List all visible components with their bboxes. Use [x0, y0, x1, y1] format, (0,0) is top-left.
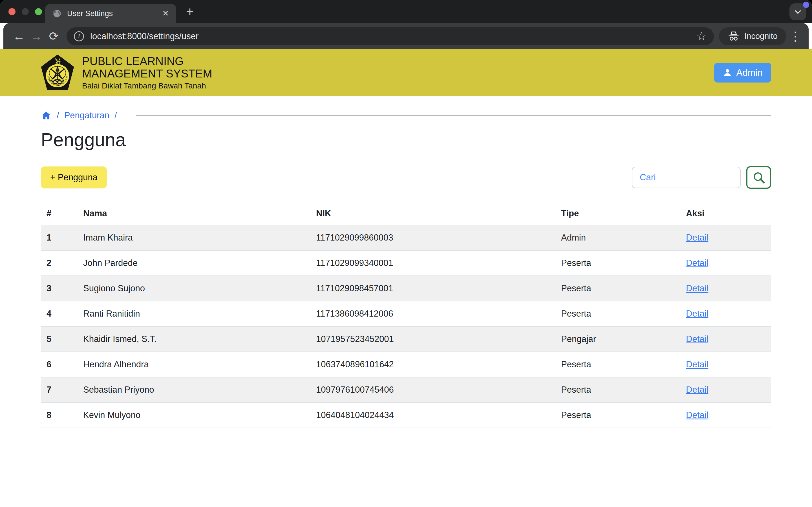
cell-nik: 1064048104024434 [310, 402, 555, 428]
minimize-window-button[interactable] [22, 8, 29, 15]
add-user-button[interactable]: + Pengguna [41, 166, 107, 188]
esdm-logo: ENERGI DAN SUMBER DAYA MINERAL [41, 55, 74, 91]
app-title-line2: MANAGEMENT SYSTEM [82, 67, 212, 80]
cell-nama: John Pardede [78, 250, 310, 276]
search-button[interactable] [746, 166, 771, 189]
cell-nik: 1171029098457001 [310, 276, 555, 301]
breadcrumb-rule [136, 115, 771, 116]
search-group [632, 166, 771, 189]
traffic-lights [8, 8, 42, 15]
url-text[interactable]: localhost:8000/settings/user [90, 31, 690, 41]
search-icon [752, 171, 765, 184]
cell-nama: Sugiono Sujono [78, 276, 310, 301]
tab-close-icon[interactable]: ✕ [162, 10, 169, 17]
row-number: 5 [41, 327, 78, 352]
cell-tipe: Pengajar [555, 327, 680, 352]
column-header-tipe: Tipe [555, 203, 680, 225]
row-number: 2 [41, 250, 78, 276]
breadcrumb: / Pengaturan / [41, 110, 771, 121]
table-row: 5 Khaidir Ismed, S.T. 1071957523452001 P… [41, 327, 771, 352]
row-number: 4 [41, 301, 78, 327]
brand: ENERGI DAN SUMBER DAYA MINERAL PUBLIC LE… [41, 55, 212, 91]
brand-text: PUBLIC LEARNING MANAGEMENT SYSTEM Balai … [82, 55, 212, 91]
tab-title: User Settings [67, 9, 157, 18]
row-number: 3 [41, 276, 78, 301]
person-icon [723, 68, 732, 77]
detail-link[interactable]: Detail [686, 283, 708, 293]
detail-link[interactable]: Detail [686, 385, 708, 395]
row-number: 7 [41, 377, 78, 402]
cell-nik: 1171386098412006 [310, 301, 555, 327]
row-number: 1 [41, 225, 78, 250]
cell-nik: 1171029099340001 [310, 250, 555, 276]
breadcrumb-separator: / [57, 110, 59, 121]
cell-tipe: Peserta [555, 377, 680, 402]
cell-tipe: Admin [555, 225, 680, 250]
column-header-nik: NIK [310, 203, 555, 225]
cell-tipe: Peserta [555, 250, 680, 276]
app-header: ENERGI DAN SUMBER DAYA MINERAL PUBLIC LE… [0, 49, 812, 96]
browser-menu-icon[interactable]: ⋮ [789, 29, 802, 43]
address-bar[interactable]: i localhost:8000/settings/user ☆ [66, 27, 714, 45]
site-info-icon[interactable]: i [74, 31, 84, 41]
breadcrumb-link-pengaturan[interactable]: Pengaturan [64, 110, 109, 121]
detail-link[interactable]: Detail [686, 258, 708, 268]
cell-nama: Hendra Alhendra [78, 352, 310, 377]
incognito-icon [727, 31, 740, 42]
app-subtitle: Balai Diklat Tambang Bawah Tanah [82, 81, 212, 91]
incognito-label: Incognito [744, 32, 777, 41]
cell-tipe: Peserta [555, 276, 680, 301]
detail-link[interactable]: Detail [686, 334, 708, 344]
detail-link[interactable]: Detail [686, 309, 708, 319]
page-title: Pengguna [41, 129, 771, 151]
page-content: / Pengaturan / Pengguna + Pengguna [0, 96, 812, 507]
controls-row: + Pengguna [41, 166, 771, 189]
detail-link[interactable]: Detail [686, 359, 708, 369]
cell-nama: Ranti Ranitidin [78, 301, 310, 327]
admin-button-label: Admin [736, 67, 763, 78]
detail-link[interactable]: Detail [686, 410, 708, 420]
profile-notification-dot [803, 2, 809, 8]
cell-tipe: Peserta [555, 402, 680, 428]
incognito-badge: Incognito [719, 27, 786, 45]
cell-tipe: Peserta [555, 352, 680, 377]
cell-nama: Imam Khaira [78, 225, 310, 250]
reload-icon[interactable]: ⟳ [45, 27, 63, 45]
breadcrumb-separator: / [114, 110, 117, 121]
admin-menu-button[interactable]: Admin [714, 63, 771, 82]
column-header-aksi: Aksi [680, 203, 771, 225]
column-header-nama: Nama [78, 203, 310, 225]
new-tab-button[interactable]: + [186, 4, 194, 19]
browser-tab[interactable]: User Settings ✕ [45, 4, 176, 23]
cell-nama: Kevin Mulyono [78, 402, 310, 428]
users-table: # Nama NIK Tipe Aksi 1 Imam Khaira 11710… [41, 203, 771, 428]
tab-favicon-globe-icon [52, 9, 61, 18]
back-icon[interactable]: ← [10, 27, 28, 45]
browser-toolbar: ← → ⟳ i localhost:8000/settings/user ☆ I… [3, 23, 809, 49]
forward-icon: → [28, 27, 45, 45]
cell-nama: Khaidir Ismed, S.T. [78, 327, 310, 352]
table-row: 1 Imam Khaira 1171029099860003 Admin Det… [41, 225, 771, 250]
cell-nik: 1171029099860003 [310, 225, 555, 250]
column-header-number: # [41, 203, 78, 225]
detail-link[interactable]: Detail [686, 233, 708, 242]
browser-window: User Settings ✕ + ← → ⟳ i localhost:8000… [0, 0, 812, 507]
cell-nik: 1063740896101642 [310, 352, 555, 377]
table-row: 2 John Pardede 1171029099340001 Peserta … [41, 250, 771, 276]
table-row: 7 Sebastian Priyono 1097976100745406 Pes… [41, 377, 771, 402]
home-icon[interactable] [41, 110, 52, 121]
table-row: 4 Ranti Ranitidin 1171386098412006 Peser… [41, 301, 771, 327]
zoom-window-button[interactable] [35, 8, 42, 15]
search-input[interactable] [632, 167, 741, 188]
table-row: 6 Hendra Alhendra 1063740896101642 Peser… [41, 352, 771, 377]
cell-nik: 1097976100745406 [310, 377, 555, 402]
bookmark-star-icon[interactable]: ☆ [696, 29, 707, 43]
cell-nama: Sebastian Priyono [78, 377, 310, 402]
cell-nik: 1071957523452001 [310, 327, 555, 352]
chevron-down-icon [793, 7, 803, 17]
close-window-button[interactable] [8, 8, 15, 15]
table-header-row: # Nama NIK Tipe Aksi [41, 203, 771, 225]
table-row: 3 Sugiono Sujono 1171029098457001 Pesert… [41, 276, 771, 301]
row-number: 6 [41, 352, 78, 377]
app-title-line1: PUBLIC LEARNING [82, 55, 212, 67]
